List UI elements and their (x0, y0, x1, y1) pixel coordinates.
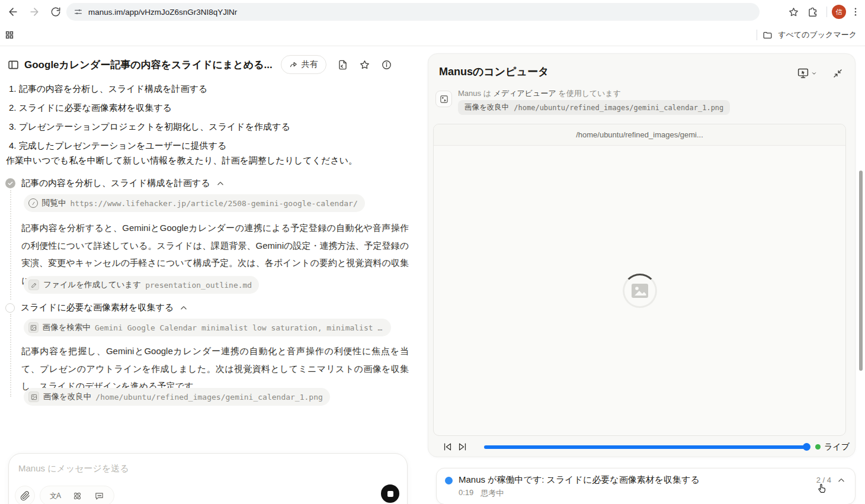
event-label: 画像を検索中 (43, 322, 91, 333)
all-bookmarks-label[interactable]: すべてのブックマーク (778, 30, 857, 40)
task-status-bar[interactable]: Manus が稼働中です: スライドに必要な画像素材を収集する 0:19 思考中… (436, 468, 856, 504)
screen-view-button[interactable] (797, 67, 817, 79)
favorite-star-icon[interactable] (359, 59, 370, 70)
viewer-header: /home/ubuntu/refined_images/gemi... (434, 124, 845, 146)
collapse-panel-icon[interactable] (832, 68, 843, 79)
manus-status-icon (445, 477, 453, 484)
plan-item: 1. 記事の内容を分析し、スライド構成を計画する (9, 79, 290, 98)
image-refine-event-pill[interactable]: 画像を改良中 /home/ubuntu/refined_images/gemin… (24, 388, 330, 406)
skip-to-end-icon[interactable] (457, 442, 467, 452)
chat-bubble-icon[interactable] (94, 491, 104, 501)
translate-icon[interactable]: 文A (50, 491, 60, 501)
url-bar[interactable]: manus.im/app/vHzmJoZ6snGr3NI8qYJlNr (66, 3, 760, 21)
export-file-icon[interactable] (337, 59, 348, 70)
stop-button[interactable] (381, 484, 399, 503)
status-state: 思考中 (480, 488, 504, 499)
site-settings-icon[interactable] (73, 7, 83, 17)
input-tools-group: 文A (40, 486, 114, 504)
share-button[interactable]: 共有 (281, 55, 326, 74)
step-connector (10, 314, 11, 397)
sidebar-toggle-icon[interactable] (7, 59, 20, 71)
loading-spinner (623, 274, 657, 308)
apps-grid-icon[interactable] (0, 25, 19, 44)
page-scrollbar[interactable] (859, 171, 863, 371)
menu-dots-icon[interactable] (846, 2, 865, 21)
step-pending-icon (5, 303, 15, 313)
tool-name: メディアビューア (494, 89, 556, 98)
plan-item: 2. スライドに必要な画像素材を収集する (9, 98, 290, 117)
message-input[interactable] (18, 461, 350, 475)
event-value: Gemini Google Calendar minimalist low sa… (95, 323, 384, 332)
atom-icon[interactable] (72, 491, 82, 501)
bookmark-star-icon[interactable] (784, 2, 803, 21)
event-label: 閲覧中 (42, 198, 66, 208)
status-message: Manus が稼働中です: スライドに必要な画像素材を収集する (459, 474, 700, 486)
link-icon (28, 198, 38, 208)
url-text[interactable]: manus.im/app/vHzmJoZ6snGr3NI8qYJlNr (88, 8, 237, 17)
edit-pencil-icon (28, 280, 39, 290)
step-2-header[interactable]: スライドに必要な画像素材を収集する (5, 302, 188, 313)
step-1-header[interactable]: 記事の内容を分析し、スライド構成を計画する (5, 178, 225, 189)
media-viewer-icon[interactable] (435, 91, 452, 107)
viewer-body (434, 146, 845, 436)
folder-icon (763, 30, 773, 40)
live-indicator-dot (815, 444, 821, 450)
plan-item: 3. プレゼンテーションプロジェクトを初期化し、スライドを作成する (9, 117, 290, 136)
collapse-status-icon[interactable] (837, 476, 845, 484)
chat-panel: Googleカレンダー記事の内容をスライドにまとめる... 共有 1. 記事の内… (0, 46, 422, 504)
share-icon (289, 60, 298, 69)
interrupt-note: 作業中いつでも私を中断して新しい情報を教えたり、計画を調整したりしてください。 (6, 155, 357, 166)
step-title: 記事の内容を分析し、スライド構成を計画する (21, 178, 210, 189)
all-bookmarks[interactable]: すべてのブックマーク (757, 24, 857, 46)
task-title: Googleカレンダー記事の内容をスライドにまとめる... (24, 58, 273, 72)
plan-item: 4. 完成したプレゼンテーションをユーザーに提供する (9, 136, 290, 155)
chevron-up-icon[interactable] (216, 179, 225, 188)
info-icon[interactable] (381, 59, 392, 70)
browsing-event-pill[interactable]: 閲覧中 https://www.lifehacker.jp/article/25… (24, 194, 365, 212)
message-input-box[interactable]: 文A (8, 453, 408, 504)
image-placeholder-icon (631, 283, 649, 298)
computer-panel-title: Manusのコンピュータ (439, 65, 549, 79)
tool-usage-text: Manus は メディアビューア を使用しています (458, 88, 621, 99)
event-value: /home/ubuntu/refined_images/gemini_calen… (95, 393, 323, 402)
media-viewer: /home/ubuntu/refined_images/gemi... (433, 124, 846, 436)
file-create-event-pill[interactable]: ファイルを作成しています presentation_outline.md (24, 276, 259, 294)
toolbar-divider (826, 7, 827, 17)
share-label: 共有 (302, 59, 318, 70)
playback-controls: ライブ (428, 436, 856, 458)
step-title: スライドに必要な画像素材を収集する (21, 302, 174, 313)
attachment-button[interactable] (15, 486, 35, 504)
extensions-icon[interactable] (803, 2, 822, 21)
chat-header: Googleカレンダー記事の内容をスライドにまとめる... 共有 (7, 54, 415, 75)
chevron-up-icon[interactable] (180, 304, 188, 312)
timeline-knob[interactable] (803, 443, 810, 451)
event-label: 画像を改良中 (43, 391, 91, 402)
elapsed-time: 0:19 (459, 488, 473, 499)
tool-action-pill[interactable]: 画像を改良中 /home/ubuntu/refined_images/gemin… (458, 100, 730, 115)
step-connector (10, 190, 11, 300)
event-value: presentation_outline.md (145, 281, 252, 290)
live-label[interactable]: ライブ (824, 442, 850, 452)
profile-avatar[interactable]: 信 (832, 5, 846, 19)
mouse-hand-cursor (816, 481, 828, 494)
bookmarks-bar: すべてのブックマーク (0, 24, 865, 46)
forward-icon[interactable] (25, 2, 44, 21)
skip-to-start-icon[interactable] (443, 442, 453, 452)
assistant-message: 記事内容を把握し、GeminiとGoogleカレンダー連携の自動化と音声操作の利… (21, 342, 409, 395)
viewer-file-path: /home/ubuntu/refined_images/gemi... (576, 130, 703, 139)
plan-list: 1. 記事の内容を分析し、スライド構成を計画する 2. スライドに必要な画像素材… (9, 79, 290, 155)
reload-icon[interactable] (46, 2, 65, 21)
paperclip-icon (20, 491, 30, 501)
chevron-down-icon (811, 70, 817, 76)
step-done-icon (5, 178, 15, 188)
bookmarks-divider (757, 30, 757, 40)
image-search-event-pill[interactable]: 画像を検索中 Gemini Google Calendar minimalist… (24, 319, 391, 336)
action-value: /home/ubuntu/refined_images/gemini_calen… (514, 104, 723, 112)
monitor-cursor-icon (797, 67, 809, 79)
timeline-slider[interactable] (484, 445, 807, 449)
manus-computer-panel: Manusのコンピュータ Manus は メディアビューア を使用しています 画… (428, 53, 856, 457)
image-search-icon (28, 322, 39, 333)
image-refine-icon (28, 391, 39, 402)
back-icon[interactable] (4, 2, 23, 21)
event-label: ファイルを作成しています (43, 280, 141, 290)
